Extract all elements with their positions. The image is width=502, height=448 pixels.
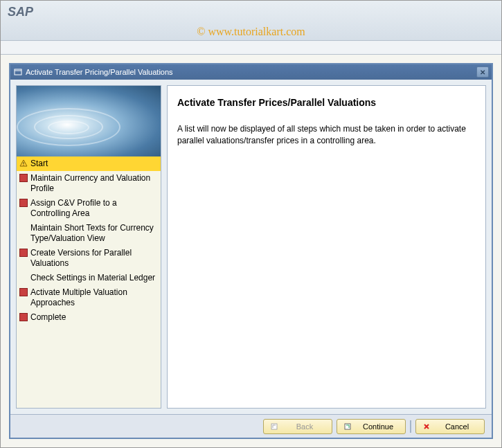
dialog-footer: Back Continue Cancel (10, 414, 492, 438)
wizard-step[interactable]: Maintain Short Texts for Currency Type/V… (17, 221, 161, 246)
app-window: SAP © www.tutorialkart.com Activate Tran… (0, 0, 502, 448)
svg-rect-0 (15, 69, 21, 75)
content-body: A list will now be displayed of all step… (177, 123, 476, 147)
dialog-body: StartMaintain Currency and Valuation Pro… (10, 80, 492, 414)
back-button[interactable]: Back (263, 419, 332, 434)
wizard-steps-list: StartMaintain Currency and Valuation Pro… (17, 156, 161, 408)
watermark-text: © www.tutorialkart.com (197, 26, 305, 38)
wizard-step-label: Complete (30, 312, 158, 323)
back-label: Back (283, 422, 326, 431)
blank-icon (19, 224, 28, 232)
cancel-icon (422, 422, 431, 431)
svg-point-3 (23, 165, 24, 165)
status-box-icon (19, 199, 28, 207)
wizard-step-label: Activate Multiple Valuation Approaches (30, 287, 158, 308)
wizard-nav-panel: StartMaintain Currency and Valuation Pro… (16, 85, 161, 409)
status-box-icon (19, 174, 28, 182)
wizard-dialog: Activate Transfer Pricing/Parallel Valua… (9, 63, 493, 439)
continue-button[interactable]: Continue (337, 419, 406, 434)
decorative-water-image (17, 86, 161, 156)
app-header: SAP © www.tutorialkart.com (1, 1, 501, 41)
continue-icon (343, 422, 352, 431)
wizard-step-label: Maintain Short Texts for Currency Type/V… (30, 223, 158, 244)
cancel-button[interactable]: Cancel (415, 419, 485, 434)
wizard-step-label: Assign C&V Profile to a Controlling Area (30, 198, 158, 219)
continue-label: Continue (357, 422, 400, 431)
work-area: Activate Transfer Pricing/Parallel Valua… (1, 55, 501, 447)
wizard-step-label: Create Versions for Parallel Valuations (30, 248, 158, 269)
wizard-step[interactable]: Assign C&V Profile to a Controlling Area (17, 196, 161, 221)
dialog-title: Activate Transfer Pricing/Parallel Valua… (26, 68, 173, 76)
close-icon: ✕ (480, 69, 485, 76)
close-button[interactable]: ✕ (476, 66, 489, 78)
status-box-icon (19, 313, 28, 321)
blank-icon (19, 274, 28, 282)
wizard-step[interactable]: Check Settings in Material Ledger (17, 271, 161, 285)
status-box-icon (19, 288, 28, 296)
wizard-content-panel: Activate Transfer Prices/Parallel Valuat… (167, 85, 486, 409)
wizard-step-label: Start (30, 159, 158, 169)
sap-logo: SAP (8, 5, 494, 19)
svg-rect-4 (271, 424, 277, 429)
wizard-step[interactable]: Complete (17, 310, 161, 325)
wizard-step[interactable]: Activate Multiple Valuation Approaches (17, 285, 161, 310)
toolbar-strip (1, 41, 501, 55)
wizard-step[interactable]: Create Versions for Parallel Valuations (17, 246, 161, 271)
dialog-titlebar: Activate Transfer Pricing/Parallel Valua… (10, 64, 492, 80)
warning-icon (19, 159, 28, 168)
status-box-icon (19, 249, 28, 257)
wizard-step[interactable]: Start (17, 156, 161, 171)
svg-rect-5 (345, 424, 350, 429)
wizard-step[interactable]: Maintain Currency and Valuation Profile (17, 171, 161, 196)
cancel-label: Cancel (436, 422, 478, 431)
content-heading: Activate Transfer Prices/Parallel Valuat… (177, 97, 476, 108)
button-separator (410, 420, 411, 433)
wizard-step-label: Maintain Currency and Valuation Profile (30, 173, 158, 194)
wizard-step-label: Check Settings in Material Ledger (30, 273, 158, 283)
dialog-icon (13, 67, 23, 77)
back-icon (269, 422, 279, 431)
